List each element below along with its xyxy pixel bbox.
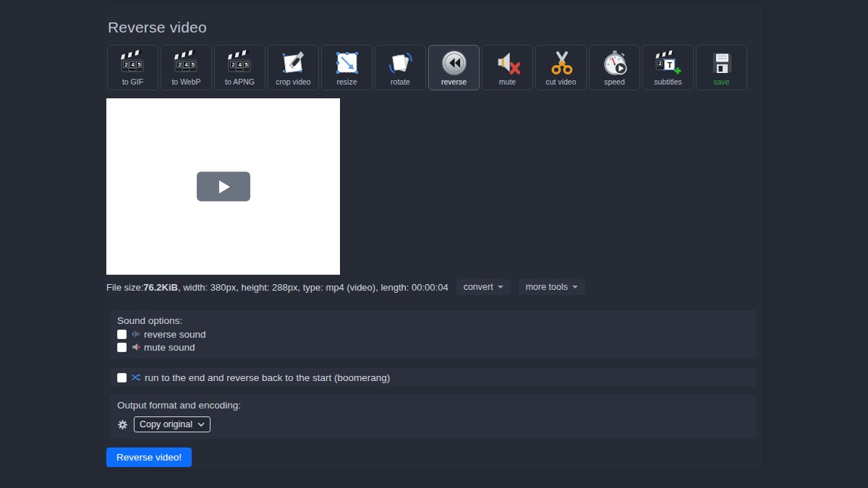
clapperboard-icon: 2 4 5 bbox=[173, 46, 200, 78]
reverse-sound-label: reverse sound bbox=[144, 329, 206, 340]
clapperboard-icon: 2 4 5 bbox=[119, 46, 147, 78]
tool-button-to-webp[interactable]: 2 4 5 to WebP bbox=[161, 45, 212, 90]
tool-label: speed bbox=[604, 78, 625, 87]
tool-button-crop-video[interactable]: crop video bbox=[268, 45, 319, 90]
tool-button-resize[interactable]: resize bbox=[321, 45, 373, 90]
reverse-sound-speaker-icon bbox=[131, 329, 141, 339]
toolbar: 2 4 5 to GIF 2 4 5 bbox=[107, 45, 762, 90]
caret-down-icon bbox=[498, 286, 503, 288]
tool-button-speed[interactable]: speed bbox=[589, 45, 640, 90]
svg-text:2: 2 bbox=[178, 62, 181, 67]
video-player[interactable] bbox=[106, 98, 340, 275]
main-panel: Reverse video 2 4 5 to GIF bbox=[104, 6, 762, 468]
reverse-sound-checkbox[interactable] bbox=[117, 330, 127, 339]
mute-sound-speaker-icon bbox=[131, 342, 141, 352]
mute-sound-label: mute sound bbox=[144, 342, 195, 353]
sound-options-title: Sound options: bbox=[117, 315, 749, 327]
boomerang-section: run to the end and reverse back to the s… bbox=[110, 368, 757, 387]
output-format-selected-value: Copy original bbox=[140, 419, 192, 429]
mute-sound-row: mute sound bbox=[117, 341, 749, 354]
tool-button-mute[interactable]: mute bbox=[482, 45, 533, 90]
tool-label: mute bbox=[499, 78, 516, 87]
reverse-video-submit-button[interactable]: Reverse video! bbox=[106, 448, 192, 467]
tool-button-save[interactable]: save bbox=[696, 45, 747, 90]
floppy-disk-icon bbox=[709, 46, 735, 78]
clapperboard-icon: 2 4 5 bbox=[226, 46, 254, 78]
boomerang-row: run to the end and reverse back to the s… bbox=[117, 371, 749, 384]
gear-icon bbox=[117, 419, 128, 430]
rewind-button-icon bbox=[441, 46, 468, 78]
tool-button-to-apng[interactable]: 2 4 5 to APNG bbox=[214, 45, 265, 90]
svg-text:5: 5 bbox=[244, 62, 247, 67]
shuffle-arrows-icon bbox=[131, 372, 142, 382]
tool-label: subtitles bbox=[654, 78, 682, 87]
play-icon bbox=[219, 180, 230, 193]
file-info-details: , width: 380px, height: 288px, type: mp4… bbox=[178, 282, 448, 293]
tool-label: cut video bbox=[545, 78, 576, 87]
tool-label: to APNG bbox=[225, 78, 255, 87]
convert-dropdown-button[interactable]: convert bbox=[456, 279, 511, 295]
svg-text:2: 2 bbox=[124, 62, 127, 67]
output-format-title: Output format and encoding: bbox=[117, 400, 749, 411]
tool-button-rotate[interactable]: rotate bbox=[375, 45, 426, 90]
subtitles-clapperboard-icon: 2 T bbox=[655, 46, 682, 78]
tool-button-reverse[interactable]: reverse bbox=[428, 45, 480, 90]
output-format-select[interactable]: Copy original bbox=[134, 416, 210, 432]
tool-button-subtitles[interactable]: 2 T subtitles bbox=[642, 45, 694, 90]
svg-text:4: 4 bbox=[131, 62, 134, 67]
tool-label: to GIF bbox=[122, 78, 143, 87]
rotate-pages-icon bbox=[387, 46, 414, 78]
tool-label: resize bbox=[336, 78, 357, 87]
tool-label: crop video bbox=[276, 78, 310, 87]
sound-options-section: Sound options: reverse sound bbox=[110, 310, 757, 359]
svg-text:T: T bbox=[667, 61, 672, 69]
reverse-sound-row: reverse sound bbox=[117, 328, 749, 341]
page-title: Reverse video bbox=[108, 19, 762, 36]
resize-arrow-icon bbox=[333, 46, 361, 78]
tool-label: rotate bbox=[391, 78, 410, 87]
muted-speaker-icon bbox=[494, 46, 522, 78]
file-size-value: 76.2KiB bbox=[143, 282, 178, 293]
svg-text:4: 4 bbox=[238, 62, 241, 67]
output-format-row: Copy original bbox=[117, 416, 749, 432]
mute-sound-checkbox[interactable] bbox=[117, 343, 127, 352]
tool-label: save bbox=[713, 78, 729, 87]
stopwatch-icon bbox=[601, 46, 629, 78]
svg-text:5: 5 bbox=[137, 62, 140, 67]
caret-down-icon bbox=[572, 286, 578, 288]
crop-knife-icon bbox=[280, 46, 307, 78]
scissors-icon bbox=[548, 46, 575, 78]
output-format-section: Output format and encoding: Copy origina… bbox=[110, 395, 757, 439]
play-button[interactable] bbox=[197, 172, 250, 202]
file-info-bar: File size: 76.2KiB , width: 380px, heigh… bbox=[106, 279, 762, 295]
svg-text:4: 4 bbox=[184, 62, 187, 67]
boomerang-checkbox[interactable] bbox=[117, 373, 127, 382]
boomerang-label: run to the end and reverse back to the s… bbox=[145, 372, 390, 383]
file-info-label: File size: bbox=[106, 282, 143, 293]
tool-label: reverse bbox=[441, 78, 467, 87]
svg-text:5: 5 bbox=[191, 62, 194, 67]
more-tools-dropdown-button[interactable]: more tools bbox=[519, 279, 585, 295]
tool-button-cut-video[interactable]: cut video bbox=[535, 45, 587, 90]
tool-button-to-gif[interactable]: 2 4 5 to GIF bbox=[107, 45, 158, 90]
svg-text:2: 2 bbox=[231, 62, 234, 67]
tool-label: to WebP bbox=[171, 78, 200, 87]
chevron-down-icon bbox=[197, 422, 205, 427]
svg-text:2: 2 bbox=[658, 61, 661, 66]
